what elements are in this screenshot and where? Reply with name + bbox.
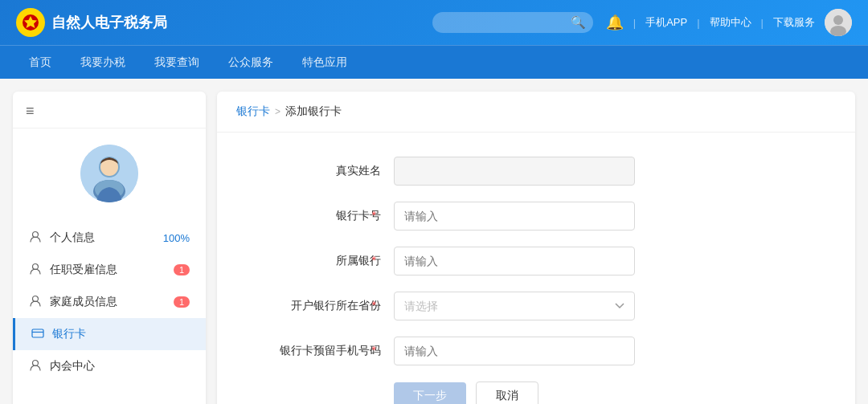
employment-icon <box>29 263 43 277</box>
menu-icon[interactable]: ≡ <box>13 92 206 129</box>
search-input[interactable] <box>442 17 571 29</box>
card-number-label: 银行卡号 <box>265 209 394 223</box>
header: 自然人电子税务局 🔍 🔔 | 手机APP | 帮助中心 | 下载服务 <box>0 0 868 45</box>
sidebar-employment-badge: 1 <box>174 264 190 275</box>
mobile-app-link[interactable]: 手机APP <box>645 15 687 30</box>
search-icon[interactable]: 🔍 <box>571 15 586 30</box>
sidebar: ≡ <box>13 92 206 404</box>
nav-item-home[interactable]: 首页 <box>16 49 64 76</box>
next-button[interactable]: 下一步 <box>394 382 466 404</box>
form-row-phone: 银行卡预留手机号码 <box>265 337 807 365</box>
sidebar-family-badge: 1 <box>174 296 190 308</box>
download-link[interactable]: 下载服务 <box>773 15 815 30</box>
bank-name-label: 所属银行 <box>265 254 394 268</box>
bank-name-input[interactable] <box>394 247 635 275</box>
svg-rect-13 <box>32 329 43 337</box>
form-buttons: 下一步 取消 <box>265 382 807 404</box>
breadcrumb: 银行卡 > 添加银行卡 <box>217 92 855 133</box>
form-row-real-name: 真实姓名 <box>265 157 807 186</box>
sidebar-item-family[interactable]: 家庭成员信息 1 <box>13 286 206 318</box>
bank-card-icon <box>31 327 46 341</box>
form-area: 真实姓名 银行卡号 所属银行 开户银行所在省份 请选择 <box>217 133 855 404</box>
sidebar-items-list: 个人信息 100% 任职受雇信息 1 家庭成员信息 1 <box>13 215 206 389</box>
form-row-province: 开户银行所在省份 请选择 <box>265 292 807 320</box>
sidebar-family-label: 家庭成员信息 <box>50 295 167 309</box>
nav-item-query[interactable]: 我要查询 <box>141 49 212 76</box>
bell-icon[interactable]: 🔔 <box>606 14 624 31</box>
form-row-card-number: 银行卡号 <box>265 202 807 231</box>
sidebar-item-center[interactable]: 内会中心 <box>13 350 206 382</box>
sidebar-personal-info-value: 100% <box>163 232 190 244</box>
province-select[interactable]: 请选择 <box>394 292 635 320</box>
svg-point-3 <box>833 15 843 25</box>
center-icon <box>29 359 43 373</box>
family-icon <box>29 295 43 309</box>
sidebar-center-label: 内会中心 <box>50 359 190 373</box>
header-actions: 🔔 | 手机APP | 帮助中心 | 下载服务 <box>606 9 852 36</box>
phone-input[interactable] <box>394 337 635 365</box>
nav-item-tax[interactable]: 我要办税 <box>68 49 138 76</box>
phone-label: 银行卡预留手机号码 <box>265 344 394 358</box>
sidebar-item-personal-info[interactable]: 个人信息 100% <box>13 222 206 254</box>
avatar[interactable] <box>825 9 852 36</box>
search-bar: 🔍 <box>432 12 593 33</box>
sidebar-avatar-area <box>13 129 206 215</box>
logo-icon <box>16 8 45 37</box>
nav-item-public[interactable]: 公众服务 <box>215 49 286 76</box>
breadcrumb-bank-card-link[interactable]: 银行卡 <box>236 104 270 119</box>
sidebar-personal-info-label: 个人信息 <box>50 231 157 245</box>
sidebar-avatar <box>80 145 138 202</box>
logo: 自然人电子税务局 <box>16 8 432 37</box>
help-center-link[interactable]: 帮助中心 <box>710 15 751 30</box>
main-nav: 首页 我要办税 我要查询 公众服务 特色应用 <box>0 45 868 79</box>
cancel-button[interactable]: 取消 <box>476 382 538 404</box>
breadcrumb-separator: > <box>275 106 280 117</box>
person-icon <box>29 231 43 245</box>
breadcrumb-current: 添加银行卡 <box>285 104 342 119</box>
nav-item-special[interactable]: 特色应用 <box>289 49 360 76</box>
province-label: 开户银行所在省份 <box>265 299 394 313</box>
sidebar-item-bank-card[interactable]: 银行卡 <box>13 318 206 350</box>
sidebar-employment-label: 任职受雇信息 <box>50 263 167 277</box>
main-content: 银行卡 > 添加银行卡 真实姓名 银行卡号 所属银行 开户银行所在省份 <box>217 92 855 404</box>
real-name-label: 真实姓名 <box>265 164 394 178</box>
sidebar-item-employment[interactable]: 任职受雇信息 1 <box>13 254 206 286</box>
card-number-input[interactable] <box>394 202 635 231</box>
content-area: ≡ <box>0 79 868 404</box>
form-row-bank-name: 所属银行 <box>265 247 807 275</box>
sidebar-bank-card-label: 银行卡 <box>52 327 190 341</box>
real-name-input[interactable] <box>394 157 635 186</box>
